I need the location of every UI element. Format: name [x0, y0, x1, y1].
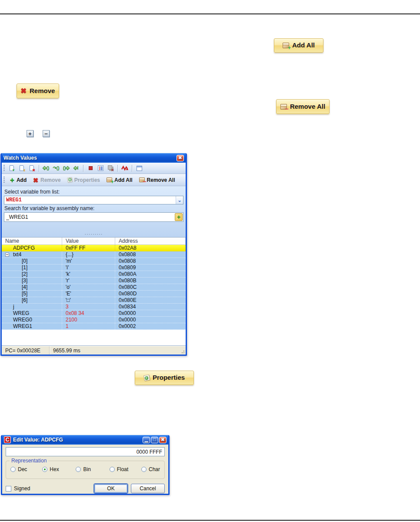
- time-status: 9655.99 ms: [50, 346, 84, 355]
- splitter-handle[interactable]: ·········: [2, 232, 186, 236]
- minimize-icon[interactable]: ▁: [143, 437, 150, 443]
- collapse-icon[interactable]: −: [43, 130, 50, 137]
- maximize-icon[interactable]: □: [151, 437, 158, 443]
- box-minus-icon: –: [139, 177, 145, 182]
- watch-table-header: Name Value Address: [2, 238, 186, 245]
- remove-action[interactable]: ✖ Remove: [30, 177, 63, 183]
- table-row[interactable]: [6]'□'0x080E: [2, 297, 186, 304]
- signed-checkbox[interactable]: Signed: [6, 485, 30, 492]
- table-row[interactable]: WREG0x08 340x0000: [2, 310, 186, 317]
- add-all-button[interactable]: + Add All: [274, 38, 323, 53]
- radio-circle-icon[interactable]: [42, 467, 47, 472]
- expand-icon[interactable]: +: [27, 130, 33, 137]
- table-row[interactable]: WREG110x0002: [2, 323, 186, 330]
- radio-char[interactable]: Char: [141, 466, 160, 472]
- resize-grip[interactable]: [180, 349, 185, 354]
- search-variable-label: Search for variable by assembly name:: [4, 205, 183, 211]
- add-variable-icon[interactable]: +: [175, 213, 183, 221]
- toolbar-separator: [39, 165, 39, 172]
- row-name: txt4: [13, 251, 21, 258]
- remove-all-action[interactable]: – Remove All: [137, 177, 178, 183]
- watch-list-icon[interactable]: [96, 164, 105, 173]
- copy-watch-icon[interactable]: ▼: [7, 164, 16, 173]
- chevron-down-icon[interactable]: ⌄: [176, 196, 183, 204]
- watch-window-icon[interactable]: [135, 164, 143, 173]
- table-row[interactable]: j30x0834: [2, 304, 186, 310]
- note-icon: [67, 177, 73, 183]
- table-row[interactable]: [0]'m'0x0808: [2, 258, 186, 264]
- table-row[interactable]: ADPCFG0xFF FF0x02A8: [2, 245, 186, 251]
- watch-window-title: Watch Values: [3, 155, 176, 161]
- remove-all-button[interactable]: – Remove All: [276, 99, 330, 114]
- row-value: 'o': [62, 284, 115, 290]
- column-header-address[interactable]: Address: [115, 238, 186, 244]
- assembly-name-input[interactable]: [4, 212, 183, 222]
- radio-label: Dec: [18, 466, 27, 472]
- row-name: [1]: [22, 264, 27, 271]
- signal-icon[interactable]: [120, 164, 129, 173]
- table-row[interactable]: [4]'o'0x080C: [2, 284, 186, 291]
- select-variable-label: Select variable from list:: [4, 189, 183, 195]
- row-name: [5]: [22, 291, 27, 297]
- representation-radios: DecHexBinFloatChar: [10, 466, 160, 472]
- properties-action[interactable]: Properties: [65, 177, 103, 183]
- row-name: [3]: [22, 278, 27, 284]
- add-action[interactable]: + Add: [7, 176, 29, 184]
- variable-form: Select variable from list: WREG1 ⌄ Searc…: [2, 186, 186, 237]
- table-row[interactable]: txt4{...}0x0808: [2, 251, 186, 258]
- remove-button[interactable]: ✖ Remove: [17, 84, 59, 98]
- radio-circle-icon[interactable]: [76, 467, 81, 472]
- radio-hex[interactable]: Hex: [42, 466, 76, 472]
- close-icon[interactable]: ✖: [159, 437, 167, 443]
- table-row[interactable]: [1]'i'0x0809: [2, 264, 186, 271]
- close-icon[interactable]: ✖: [177, 155, 184, 161]
- checkbox-box-icon[interactable]: [6, 486, 11, 492]
- step-over-icon[interactable]: ↷(): [52, 164, 60, 173]
- edit-value-dialog: C Edit Value: ADPCFG ▁ □ ✖ Representatio…: [1, 435, 170, 495]
- ok-button[interactable]: OK: [94, 484, 128, 493]
- box-plus-icon: +: [107, 177, 112, 182]
- dialog-titlebar[interactable]: C Edit Value: ADPCFG ▁ □ ✖: [2, 435, 168, 445]
- stop-icon[interactable]: [86, 164, 95, 173]
- table-row[interactable]: [2]'k'0x080A: [2, 271, 186, 278]
- radio-circle-icon[interactable]: [141, 467, 147, 472]
- watch-statusbar: PC= 0x00028E 9655.99 ms: [2, 346, 186, 355]
- radio-circle-icon[interactable]: [110, 467, 115, 472]
- remove-label: Remove: [30, 87, 55, 94]
- bottom-rule: [0, 520, 420, 521]
- radio-dec[interactable]: Dec: [10, 466, 42, 472]
- row-value: '□': [62, 297, 115, 303]
- table-row[interactable]: [5]'E'0x080D: [2, 291, 186, 297]
- column-header-name[interactable]: Name: [2, 238, 62, 244]
- radio-circle-icon[interactable]: [10, 467, 16, 472]
- table-row[interactable]: WREG021000x0000: [2, 317, 186, 323]
- variable-combobox[interactable]: WREG1 ⌄: [4, 196, 183, 204]
- row-address: 0x0000: [115, 317, 186, 323]
- column-header-value[interactable]: Value: [62, 238, 115, 244]
- document-page: + Add All ✖ Remove – Remove All + − Watc…: [0, 0, 420, 522]
- radio-bin[interactable]: Bin: [76, 466, 109, 472]
- run-to-cursor-icon[interactable]: I: [72, 164, 80, 173]
- delete-watch-icon[interactable]: ✖: [27, 164, 36, 173]
- collapse-toggle-icon[interactable]: [5, 253, 9, 257]
- row-name: ADPCFG: [13, 245, 35, 251]
- radio-float[interactable]: Float: [110, 466, 141, 472]
- add-all-action[interactable]: + Add All: [104, 177, 135, 183]
- freeze-watch-icon[interactable]: ‖: [17, 164, 26, 173]
- row-value: 0xFF FF: [62, 245, 115, 251]
- toolbar-separator: [83, 165, 83, 172]
- watch-toolbar-icons: ▼ ‖ ✖ () ↷() () I: [2, 163, 186, 174]
- toolbar-separator: [117, 165, 118, 172]
- properties-button[interactable]: Properties: [135, 371, 194, 385]
- step-into-icon[interactable]: (): [42, 164, 50, 173]
- clear-watch-icon[interactable]: [106, 164, 115, 173]
- watch-window-titlebar[interactable]: Watch Values ✖: [2, 153, 186, 163]
- value-input[interactable]: [6, 447, 165, 456]
- green-plus-icon: +: [10, 176, 14, 184]
- row-name: [6]: [22, 297, 27, 303]
- step-out-icon[interactable]: (): [62, 164, 70, 173]
- table-row[interactable]: [3]'r'0x080B: [2, 278, 186, 284]
- representation-label: Representation: [10, 458, 48, 464]
- pc-status: PC= 0x00028E: [2, 346, 50, 355]
- cancel-button[interactable]: Cancel: [131, 484, 165, 493]
